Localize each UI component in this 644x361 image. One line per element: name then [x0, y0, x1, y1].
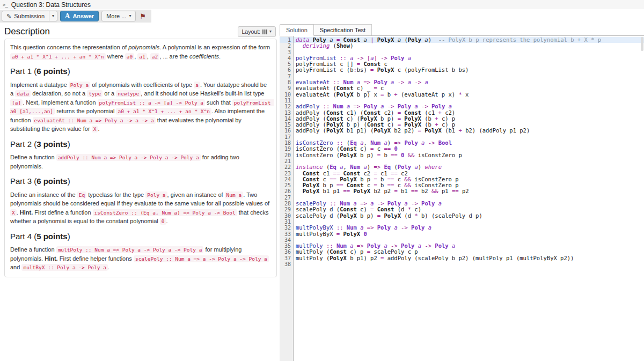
- line-number: 4: [280, 55, 293, 61]
- line-number: 10: [280, 92, 293, 98]
- inline-code: newtype: [116, 90, 141, 97]
- part-heading: Part 4 (5 points): [10, 231, 271, 243]
- inline-code: data: [15, 90, 31, 97]
- styled-text: Hint.: [20, 209, 33, 216]
- line-number: 21: [280, 158, 293, 164]
- line-number: 5: [280, 61, 293, 67]
- styled-text: polynomials: [128, 44, 159, 50]
- caret-down-icon: ▾: [52, 14, 54, 18]
- part-heading: Part 1 (6 points): [10, 65, 271, 78]
- inline-code: type: [87, 90, 103, 97]
- inline-code: 0: [160, 218, 166, 225]
- line-number: 7: [280, 73, 293, 79]
- line-number: 27: [280, 195, 293, 201]
- line-number: 17: [280, 134, 293, 140]
- line-number: 26: [280, 188, 293, 194]
- code-line[interactable]: PolyX b1 p1 == PolyX b2 p2 = b1 == b2 &&…: [296, 188, 644, 194]
- terminal-prompt-icon: >_: [3, 2, 8, 8]
- line-number: 9: [280, 85, 293, 91]
- more-button[interactable]: More ... ▾: [101, 11, 136, 21]
- submission-button[interactable]: ✎ Submission: [2, 11, 49, 21]
- code-line[interactable]: [296, 261, 644, 267]
- inline-code: scalePoly :: Num a => a -> Poly a -> Pol…: [134, 255, 269, 262]
- line-number: 13: [280, 110, 293, 116]
- inline-code: polyFromList :: a -> [a] -> Poly a: [98, 99, 205, 106]
- code-editor[interactable]: 1234567891011121314151617181920212223242…: [280, 36, 644, 361]
- answer-a-icon: A: [65, 13, 70, 19]
- line-number: 20: [280, 152, 293, 158]
- submission-dropdown-button[interactable]: ▾: [49, 11, 57, 21]
- line-number: 22: [280, 164, 293, 170]
- styled-text: coefficients: [189, 53, 219, 60]
- line-number: 25: [280, 182, 293, 188]
- part-heading: Part 3 (6 points): [10, 175, 271, 188]
- code-line[interactable]: addPoly (PolyX b1 p1) (PolyX b2 p2) = Po…: [296, 128, 644, 134]
- inline-code: a0 + a1 * X^1 + ... + an * X^n: [116, 108, 211, 115]
- line-number: 38: [280, 261, 293, 267]
- inline-code: X: [92, 126, 98, 132]
- line-number: 6: [280, 67, 293, 73]
- flag-button[interactable]: ⚑: [138, 11, 147, 21]
- inline-code: a0 + a1 * X^1 + ... + an * X^n: [10, 53, 106, 60]
- line-number: 29: [280, 207, 293, 212]
- editor-tabs: Solution Specification Test: [280, 24, 644, 36]
- caret-down-icon: ▾: [269, 30, 272, 34]
- line-number: 36: [280, 249, 293, 255]
- line-number: 28: [280, 201, 293, 207]
- part-paragraph: Implement a datatype Poly a of polynomia…: [10, 80, 271, 134]
- line-number: 15: [280, 122, 293, 128]
- editor-scrollbar[interactable]: [641, 37, 643, 51]
- answer-button[interactable]: A Answer: [60, 11, 99, 21]
- page-title: Question 3: Data Structures: [11, 1, 91, 9]
- inline-code: addPoly :: Num a => Poly a -> Poly a -> …: [56, 154, 201, 161]
- layout-button[interactable]: Layout: ▾: [238, 26, 276, 37]
- code-line[interactable]: deriving (Show): [296, 43, 644, 49]
- description-heading: Description: [4, 26, 50, 37]
- columns-icon: [262, 30, 267, 34]
- tab-solution[interactable]: Solution: [280, 24, 314, 36]
- part-paragraph: Define an instance of the Eq typeclass f…: [10, 190, 271, 226]
- code-area[interactable]: data Poly a = Const a | PolyX a (Poly a)…: [294, 36, 644, 361]
- main-content: Description Layout: ▾ This question conc…: [0, 24, 644, 361]
- line-number: 32: [280, 225, 293, 231]
- line-number: 37: [280, 255, 293, 261]
- title-bar: >_ Question 3: Data Structures: [0, 0, 644, 9]
- inline-code: isConstZero :: (Eq a, Num a) => Poly a -…: [93, 209, 237, 216]
- layout-label: Layout:: [242, 28, 260, 35]
- inline-code: Eq: [77, 191, 86, 198]
- more-label: More ...: [106, 13, 126, 19]
- description-header: Description Layout: ▾: [4, 25, 277, 39]
- tab-specification-test[interactable]: Specification Test: [314, 24, 372, 35]
- part-heading: Part 2 (3 points): [10, 138, 271, 151]
- submission-label: Submission: [14, 13, 45, 19]
- code-line[interactable]: isConstZero (PolyX b p) = b == 0 && isCo…: [296, 152, 644, 158]
- line-number: 30: [280, 213, 293, 219]
- inline-code: [a]: [10, 99, 23, 106]
- code-line[interactable]: multPolyByX = PolyX 0: [296, 231, 644, 237]
- intro-paragraph: This question concerns the representatio…: [10, 43, 271, 61]
- flag-icon: ⚑: [140, 13, 146, 20]
- code-line[interactable]: scalePoly d (PolyX b p) = PolyX (d * b) …: [296, 213, 644, 219]
- inline-code: a1: [137, 53, 147, 60]
- part-paragraph: Define a function multPoly :: Num a => P…: [10, 245, 271, 272]
- line-number: 33: [280, 231, 293, 237]
- answer-label: Answer: [72, 13, 94, 19]
- inline-code: multByX :: Poly a -> Poly a: [21, 264, 107, 271]
- line-number-gutter: 1234567891011121314151617181920212223242…: [280, 36, 294, 361]
- editor-panel: Solution Specification Test 123456789101…: [280, 24, 644, 361]
- line-number: 2: [280, 43, 293, 49]
- inline-code: Num a: [225, 191, 244, 198]
- line-number: 16: [280, 128, 293, 134]
- description-content: This question concerns the representatio…: [4, 39, 277, 277]
- line-number: 35: [280, 243, 293, 249]
- line-number: 24: [280, 176, 293, 182]
- code-line[interactable]: polyFromList c (b:bs) = PolyX c (polyFro…: [296, 67, 644, 73]
- code-line[interactable]: multPoly (PolyX b p1) p2 = addPoly (scal…: [296, 255, 644, 261]
- line-number: 8: [280, 79, 293, 85]
- description-panel: Description Layout: ▾ This question conc…: [0, 24, 277, 361]
- inline-code: evaluateAt :: Num a => Poly a -> a -> a: [33, 117, 156, 124]
- line-number: 23: [280, 171, 293, 176]
- inline-code: X: [10, 209, 17, 216]
- toolbar: ✎ Submission ▾ A Answer More ... ▾ ⚑: [0, 10, 151, 23]
- code-line[interactable]: evaluateAt (PolyX b p) x = b + (evaluate…: [296, 92, 644, 98]
